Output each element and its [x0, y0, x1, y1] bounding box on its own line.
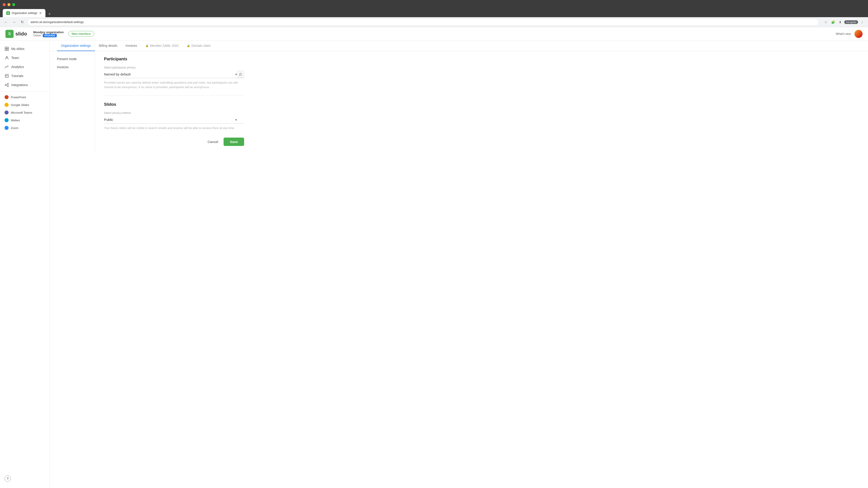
main-layout: My slidos Team Analytics — [0, 41, 868, 488]
new-tab-button[interactable]: + — [46, 11, 53, 17]
window-maximize-button[interactable] — [12, 3, 15, 6]
org-role-label: Owner — [33, 34, 41, 37]
sidebar-item-google-slides[interactable]: Google Slides — [0, 101, 50, 109]
tab-domain-claim[interactable]: 🔒 Domain claim — [183, 41, 215, 51]
svg-line-10 — [6, 85, 7, 86]
nav-invoices[interactable]: Invoices — [50, 63, 95, 71]
sidebar-label-tutorials: Tutorials — [11, 74, 23, 78]
content-area: Organization settings Billing details In… — [50, 41, 868, 488]
sidebar-item-powerpoint[interactable]: PowerPoint — [0, 93, 50, 101]
address-text: admin.sli.do/organization/default-settin… — [31, 20, 815, 24]
privacy-method-field: Select privacy method Public Private Pas… — [104, 111, 244, 130]
powerpoint-label: PowerPoint — [11, 96, 26, 99]
window-close-button[interactable] — [3, 3, 6, 6]
svg-rect-5 — [5, 74, 8, 77]
sidebar: My slidos Team Analytics — [0, 41, 50, 488]
integrations-icon — [4, 83, 9, 87]
upgrade-badge[interactable]: UPGRADE — [43, 34, 57, 37]
user-avatar[interactable] — [855, 30, 863, 38]
zoom-icon — [4, 126, 8, 130]
lock-icon-saml: 🔒 — [145, 44, 149, 47]
lock-icon-participants — [237, 71, 244, 78]
cancel-button[interactable]: Cancel — [205, 138, 221, 145]
save-button[interactable]: Save — [223, 138, 244, 146]
slidos-section-title: Slidos — [104, 102, 244, 107]
tab-close-button[interactable]: ✕ — [39, 11, 42, 15]
sidebar-item-microsoft-teams[interactable]: Microsoft Teams — [0, 109, 50, 116]
sidebar-item-team[interactable]: Team — [0, 53, 50, 62]
browser-tab-active[interactable]: S Organization settings ✕ — [3, 9, 45, 17]
participants-privacy-field: Select participants privacy Named by def… — [104, 66, 244, 89]
back-button[interactable]: ← — [3, 19, 9, 25]
window-minimize-button[interactable] — [7, 3, 10, 6]
action-buttons: Cancel Save — [104, 138, 244, 146]
slidos-section: Slidos Select privacy method Public Priv… — [104, 102, 244, 130]
nav-present-mode[interactable]: Present mode — [50, 55, 95, 63]
participants-section-title: Participants — [104, 57, 244, 61]
settings-tabs: Organization settings Billing details In… — [50, 41, 868, 51]
participants-privacy-label: Select participants privacy — [104, 66, 244, 69]
window-controls — [3, 3, 15, 6]
download-button[interactable]: ⬇ — [837, 19, 843, 25]
powerpoint-icon — [4, 95, 8, 99]
browser-tab-bar: S Organization settings ✕ + — [0, 9, 868, 17]
sidebar-label-integrations: Integrations — [11, 83, 28, 87]
tab-org-settings[interactable]: Organization settings — [57, 41, 95, 51]
sidebar-item-tutorials[interactable]: Tutorials — [0, 71, 50, 80]
browser-toolbar: ← → ↻ admin.sli.do/organization/default-… — [0, 17, 868, 27]
privacy-method-select[interactable]: Public Private Password protected — [104, 116, 244, 124]
sidebar-label-my-slidos: My slidos — [11, 47, 24, 51]
svg-rect-0 — [5, 47, 6, 48]
logo-text: slido — [16, 31, 27, 37]
slidos-privacy-hint: Your future slidos will be visible in se… — [104, 126, 244, 130]
app-container: S slido Moodjoy organization Owner UPGRA… — [0, 27, 868, 488]
slido-logo: S slido — [5, 30, 27, 38]
webex-label: Webex — [11, 119, 20, 122]
tutorials-icon — [4, 74, 9, 78]
sidebar-help: ? — [0, 473, 50, 484]
help-button[interactable]: ? — [4, 475, 11, 482]
google-slides-label: Google Slides — [11, 103, 29, 107]
sidebar-item-webex[interactable]: Webex — [0, 116, 50, 124]
reload-button[interactable]: ↻ — [19, 19, 25, 25]
forward-button[interactable]: → — [11, 19, 17, 25]
menu-button[interactable]: ⋮ — [859, 19, 865, 25]
teams-label: Microsoft Teams — [11, 111, 32, 114]
sidebar-item-analytics[interactable]: Analytics — [0, 62, 50, 71]
svg-rect-2 — [5, 49, 6, 51]
logo-icon: S — [5, 30, 13, 38]
team-icon — [4, 56, 9, 60]
lock-icon-domain: 🔒 — [187, 44, 190, 47]
svg-point-4 — [6, 57, 7, 58]
address-bar[interactable]: admin.sli.do/organization/default-settin… — [27, 19, 819, 26]
tab-title: Organization settings — [12, 11, 37, 15]
sidebar-divider — [0, 91, 50, 92]
new-interface-button[interactable]: New interface — [68, 31, 94, 37]
svg-point-7 — [7, 84, 8, 85]
bookmark-button[interactable]: ☆ — [823, 19, 829, 25]
teams-icon — [4, 110, 8, 115]
sidebar-item-integrations[interactable]: Integrations — [0, 80, 50, 90]
extensions-button[interactable]: 🧩 — [830, 19, 836, 25]
participants-privacy-hint: Provided names are used by default when … — [104, 80, 244, 89]
participants-privacy-select[interactable]: Named by default Anonymous by default Fo… — [104, 70, 244, 78]
tab-billing[interactable]: Billing details — [95, 41, 122, 51]
tab-invoices[interactable]: Invoices — [121, 41, 141, 51]
settings-content: Present mode Invoices Participants Selec… — [50, 51, 868, 151]
browser-titlebar — [0, 0, 868, 9]
avatar-image — [855, 30, 863, 38]
tab-member-saml-label: Member SAML SSO — [150, 44, 179, 47]
tab-member-saml[interactable]: 🔒 Member SAML SSO — [141, 41, 183, 51]
tab-domain-claim-label: Domain claim — [191, 44, 211, 47]
org-role-row: Owner UPGRADE — [33, 34, 64, 37]
analytics-icon — [4, 65, 9, 69]
whats-new-button[interactable]: What's new — [836, 32, 851, 35]
tab-favicon: S — [6, 11, 10, 15]
sidebar-item-zoom[interactable]: Zoom — [0, 124, 50, 132]
incognito-badge: Incognito — [844, 20, 858, 24]
sidebar-item-my-slidos[interactable]: My slidos — [0, 44, 50, 53]
toolbar-icons: ☆ 🧩 ⬇ Incognito ⋮ — [823, 19, 865, 25]
svg-rect-3 — [7, 49, 8, 51]
grid-icon — [4, 46, 9, 51]
svg-rect-1 — [7, 47, 8, 48]
